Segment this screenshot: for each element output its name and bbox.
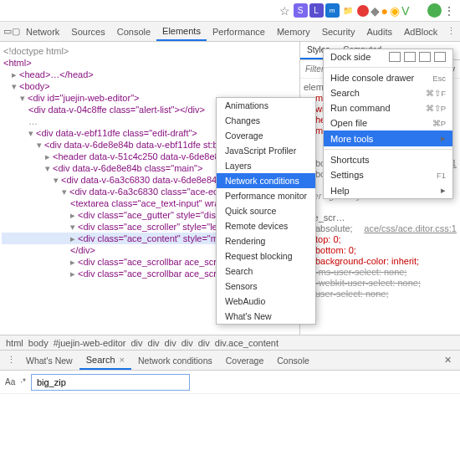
extension-icon-folder[interactable]: 📁 <box>341 3 355 18</box>
scroller-close[interactable]: </div> <box>70 245 95 255</box>
div-alert[interactable]: <div data-v-04c8ffe class="alert-list"><… <box>28 105 205 115</box>
extension-icon-orange[interactable]: ● <box>381 4 388 18</box>
tree-arrow-icon[interactable]: ▸ <box>70 209 78 221</box>
drawer-kebab-icon[interactable]: ⋮ <box>3 355 19 366</box>
match-case-icon[interactable]: Aa <box>5 377 15 386</box>
tree-arrow-icon[interactable]: ▸ <box>70 233 78 244</box>
tab-performance[interactable]: Performance <box>207 23 271 40</box>
tree-arrow-icon[interactable]: ▾ <box>20 92 28 104</box>
menu-changes[interactable]: Changes <box>217 113 315 128</box>
div-main[interactable]: <div data-v-6de8e84b class="main"> <box>53 163 202 173</box>
tree-arrow-icon[interactable]: ▾ <box>62 186 69 197</box>
extension-icon-amber[interactable]: ◉ <box>390 4 400 18</box>
menu-webaudio[interactable]: WebAudio <box>217 294 315 309</box>
devtools-kebab-icon[interactable]: ⋮ <box>443 26 459 37</box>
prop-top[interactable]: top: 0; <box>315 234 341 244</box>
menu-dock-side[interactable]: Dock side <box>324 49 452 64</box>
crumb-div[interactable]: div <box>128 338 145 348</box>
drawer-tab-console[interactable]: Console <box>270 352 316 369</box>
prop-webkit-user[interactable]: -webkit-user-select: none; <box>304 278 457 289</box>
body-open[interactable]: <body> <box>19 81 50 91</box>
crumb-div[interactable]: div <box>196 338 212 348</box>
source-link-2[interactable]: ace/css/ace.ditor.css:1 <box>364 223 457 234</box>
tab-audits[interactable]: Audits <box>360 23 398 40</box>
div-editor[interactable]: <div id="juejin-web-editor"> <box>28 93 139 103</box>
tab-elements[interactable]: Elements <box>156 23 207 41</box>
tab-console[interactable]: Console <box>111 23 156 40</box>
menu-hide-drawer[interactable]: Hide console drawerEsc <box>324 70 452 85</box>
tree-arrow-icon[interactable]: ▾ <box>54 174 61 186</box>
drawer-close-icon[interactable]: ✕ <box>439 355 457 366</box>
prop-bg[interactable]: background-color: inherit; <box>315 256 419 266</box>
menu-animations[interactable]: Animations <box>217 98 315 113</box>
tree-arrow-icon[interactable]: ▸ <box>12 69 19 80</box>
tree-arrow-icon[interactable]: ▸ <box>70 256 78 268</box>
tab-close-icon[interactable]: × <box>117 355 125 365</box>
menu-layers[interactable]: Layers <box>217 158 315 173</box>
prop-ms-user[interactable]: -ms-user-select: none; <box>304 267 457 278</box>
menu-search-main[interactable]: Search⌘⇧F <box>324 85 452 100</box>
tab-sources[interactable]: Sources <box>65 23 110 40</box>
menu-rendering[interactable]: Rendering <box>217 233 315 248</box>
drawer-tab-network-conditions[interactable]: Network conditions <box>131 352 219 369</box>
browser-menu-icon[interactable]: ⋮ <box>443 4 455 18</box>
extension-icon-m[interactable]: m <box>325 3 340 18</box>
regex-icon[interactable]: ·* <box>20 377 26 386</box>
menu-sensors[interactable]: Sensors <box>217 279 315 294</box>
menu-run-command[interactable]: Run command⌘⇧P <box>324 100 452 115</box>
head-node[interactable]: <head>…</head> <box>19 69 94 79</box>
tab-security[interactable]: Security <box>316 23 361 40</box>
menu-quick-source[interactable]: Quick source <box>217 203 315 218</box>
tree-arrow-icon[interactable]: ▸ <box>70 268 78 279</box>
tree-arrow-icon[interactable]: ▾ <box>28 127 36 139</box>
prop-bottom[interactable]: bottom: 0; <box>315 245 356 255</box>
crumb-div[interactable]: div <box>146 338 162 348</box>
tab-memory[interactable]: Memory <box>271 23 316 40</box>
profile-avatar-icon[interactable] <box>427 3 442 18</box>
menu-perf-monitor[interactable]: Performance monitor <box>217 188 315 203</box>
dock-undock-icon[interactable] <box>389 52 401 62</box>
extension-icon-s[interactable]: S <box>294 3 308 18</box>
tab-adblock[interactable]: AdBlock <box>398 23 443 40</box>
menu-settings[interactable]: SettingsF1 <box>324 167 452 182</box>
drawer-results[interactable] <box>0 394 460 476</box>
menu-js-profiler[interactable]: JavaScript Profiler <box>217 143 315 158</box>
drawer-tab-whats-new[interactable]: What's New <box>19 352 79 369</box>
dock-right-icon[interactable] <box>434 52 446 62</box>
drawer-tab-coverage[interactable]: Coverage <box>219 352 271 369</box>
absolute-val[interactable]: absolute; <box>315 223 353 233</box>
inspect-element-icon[interactable]: ▭ <box>3 26 12 37</box>
doctype-line[interactable]: <!doctype html> <box>2 45 298 57</box>
menu-help[interactable]: Help▸ <box>324 182 452 198</box>
menu-open-file[interactable]: Open file⌘P <box>324 115 452 131</box>
crumb-ace-content[interactable]: div.ace_content <box>212 338 281 348</box>
crumb-editor[interactable]: #juejin-web-editor <box>51 338 129 348</box>
menu-coverage[interactable]: Coverage <box>217 128 315 143</box>
menu-more-tools[interactable]: More tools▸ <box>324 131 452 146</box>
html-open[interactable]: <html> <box>2 57 298 69</box>
crumb-div[interactable]: div <box>179 338 196 348</box>
device-toggle-icon[interactable]: ▢ <box>12 26 20 37</box>
tree-arrow-icon[interactable]: ▾ <box>70 221 78 233</box>
bookmark-star-icon[interactable]: ☆ <box>278 3 292 18</box>
crumb-div[interactable]: div <box>162 338 179 348</box>
dock-left-icon[interactable] <box>404 52 416 62</box>
tree-arrow-icon[interactable]: ▾ <box>12 80 19 92</box>
menu-whats-new[interactable]: What's New <box>217 309 315 324</box>
tab-network[interactable]: Network <box>20 23 65 40</box>
menu-shortcuts[interactable]: Shortcuts <box>324 152 452 167</box>
drawer-tab-search[interactable]: Search × <box>79 351 131 370</box>
menu-request-blocking[interactable]: Request blocking <box>217 248 315 264</box>
extension-icon-red[interactable] <box>357 5 369 17</box>
extension-icon-green[interactable]: Ⅴ <box>401 4 410 18</box>
tree-arrow-icon[interactable]: ▾ <box>45 162 53 174</box>
prop-user-select[interactable]: user-select: none; <box>304 289 457 299</box>
extension-icon-gray[interactable]: ◆ <box>371 4 380 18</box>
crumb-html[interactable]: html <box>3 338 26 348</box>
crumb-body[interactable]: body <box>26 338 51 348</box>
search-input[interactable] <box>31 374 190 391</box>
extension-icon-l[interactable]: L <box>309 3 324 18</box>
dock-bottom-icon[interactable] <box>419 52 431 62</box>
menu-network-conditions[interactable]: Network conditions <box>217 173 315 188</box>
menu-search[interactable]: Search <box>217 264 315 279</box>
